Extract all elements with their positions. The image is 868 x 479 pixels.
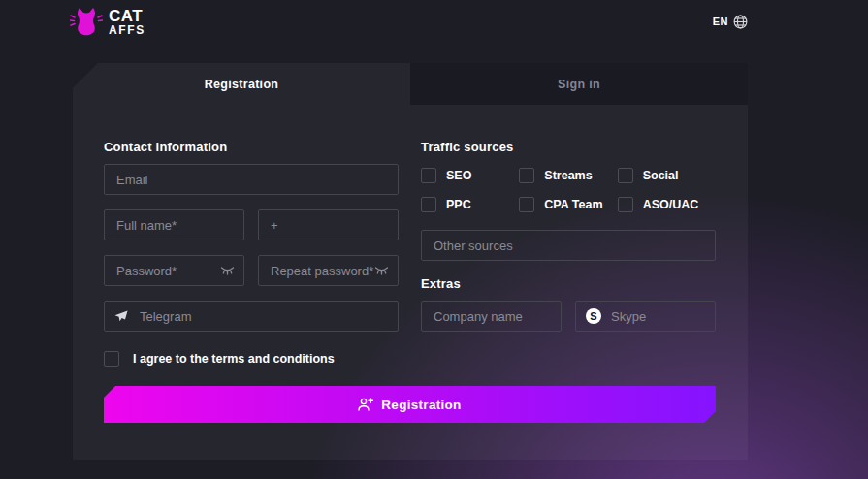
registration-panel: Contact information bbox=[73, 105, 748, 423]
user-plus-icon bbox=[358, 398, 373, 411]
traffic-option: Streams bbox=[519, 168, 617, 183]
extras-heading: Extras bbox=[421, 276, 716, 291]
fullname-input[interactable] bbox=[104, 209, 244, 240]
tab-signin[interactable]: Sign in bbox=[410, 63, 748, 105]
checkbox-label: Streams bbox=[544, 169, 592, 182]
checkbox-streams[interactable] bbox=[519, 168, 534, 183]
logo-text-cat: CAT bbox=[109, 8, 145, 24]
contact-column: Contact information bbox=[104, 140, 399, 367]
eye-closed-icon[interactable] bbox=[220, 266, 235, 275]
agreement-prefix: I agree to the bbox=[133, 352, 211, 366]
checkbox-ppc[interactable] bbox=[421, 197, 436, 212]
traffic-option: PPC bbox=[421, 197, 519, 212]
checkbox-label: PPC bbox=[446, 198, 471, 211]
traffic-option: SEO bbox=[421, 168, 519, 183]
submit-label: Registration bbox=[381, 398, 461, 412]
checkbox-seo[interactable] bbox=[421, 168, 436, 183]
globe-icon bbox=[733, 15, 748, 29]
checkbox-aso-uac[interactable] bbox=[618, 197, 633, 212]
language-label: EN bbox=[713, 16, 728, 27]
agree-checkbox[interactable] bbox=[104, 351, 119, 367]
checkbox-label: SEO bbox=[446, 169, 471, 182]
traffic-column: Traffic sources SEO Streams Social bbox=[421, 140, 716, 367]
traffic-heading: Traffic sources bbox=[421, 140, 716, 154]
eye-closed-icon[interactable] bbox=[374, 266, 389, 275]
contact-heading: Contact information bbox=[104, 140, 399, 154]
company-name-input[interactable] bbox=[421, 301, 562, 332]
registration-submit-button[interactable]: Registration bbox=[104, 386, 716, 423]
telegram-input[interactable] bbox=[104, 301, 399, 332]
auth-card: Registration Sign in Contact information bbox=[73, 63, 748, 460]
traffic-option: CPA Team bbox=[519, 197, 617, 212]
traffic-options: SEO Streams Social PPC bbox=[421, 168, 716, 212]
traffic-option: Social bbox=[618, 168, 716, 183]
other-sources-input[interactable] bbox=[421, 230, 716, 261]
checkbox-label: CPA Team bbox=[544, 198, 602, 211]
logo-text-affs: AFFS bbox=[109, 24, 145, 36]
terms-link[interactable]: terms and conditions bbox=[211, 352, 334, 366]
checkbox-social[interactable] bbox=[618, 168, 633, 183]
language-switcher[interactable]: EN bbox=[713, 15, 748, 29]
cat-logo-icon bbox=[70, 7, 103, 36]
agreement-text: I agree to the terms and conditions bbox=[133, 352, 335, 366]
checkbox-label: ASO/UAC bbox=[643, 198, 699, 211]
logo: CAT AFFS bbox=[70, 7, 145, 36]
header: CAT AFFS EN bbox=[0, 0, 868, 43]
email-input[interactable] bbox=[104, 164, 399, 195]
tab-registration[interactable]: Registration bbox=[73, 63, 410, 105]
phone-input[interactable] bbox=[258, 209, 399, 240]
paper-plane-icon bbox=[114, 310, 128, 322]
checkbox-cpa-team[interactable] bbox=[519, 197, 534, 212]
checkbox-label: Social bbox=[643, 169, 679, 182]
skype-icon: S bbox=[586, 308, 601, 324]
agreement-row: I agree to the terms and conditions bbox=[104, 351, 399, 367]
auth-tabs: Registration Sign in bbox=[73, 63, 748, 105]
traffic-option: ASO/UAC bbox=[618, 197, 716, 212]
